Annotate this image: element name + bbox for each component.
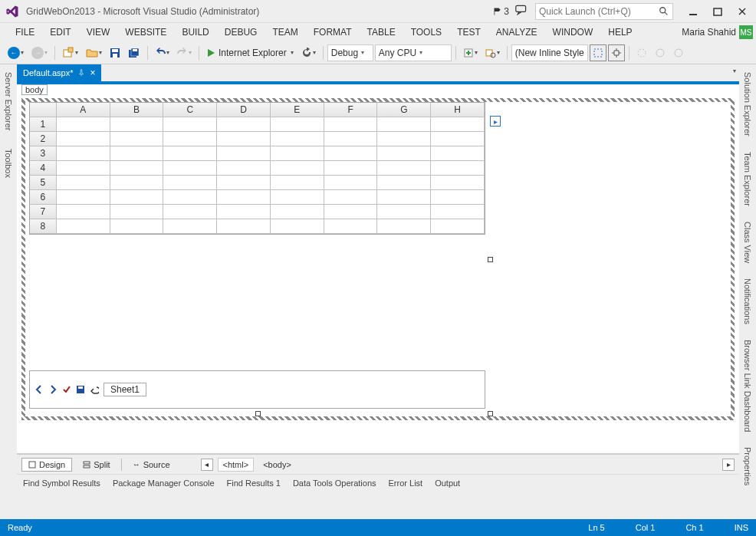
breadcrumb-body[interactable]: <body> bbox=[258, 459, 296, 471]
cell[interactable] bbox=[57, 176, 110, 190]
cell[interactable] bbox=[110, 146, 164, 161]
close-tab-icon[interactable]: × bbox=[90, 67, 95, 78]
cell[interactable] bbox=[163, 190, 217, 205]
cell[interactable] bbox=[57, 219, 110, 234]
cell[interactable] bbox=[271, 190, 324, 205]
cell[interactable] bbox=[431, 146, 485, 161]
menu-tools[interactable]: TOOLS bbox=[403, 23, 449, 41]
cell[interactable] bbox=[431, 132, 485, 146]
menu-website[interactable]: WEBSITE bbox=[117, 23, 174, 41]
col-header-c[interactable]: C bbox=[163, 103, 217, 117]
cell[interactable] bbox=[163, 132, 217, 146]
tooltab-output[interactable]: Output bbox=[435, 478, 460, 488]
rail-notifications[interactable]: Notifications bbox=[741, 274, 754, 329]
cell[interactable] bbox=[271, 146, 324, 161]
menu-window[interactable]: WINDOW bbox=[545, 23, 601, 41]
cell[interactable] bbox=[217, 146, 271, 161]
cell[interactable] bbox=[217, 205, 271, 219]
cell[interactable] bbox=[271, 176, 324, 190]
quick-launch-box[interactable] bbox=[535, 3, 673, 20]
cell[interactable] bbox=[431, 205, 485, 219]
cell[interactable] bbox=[110, 117, 164, 132]
cell[interactable] bbox=[217, 219, 271, 234]
notification-flag[interactable]: 3 bbox=[493, 6, 509, 17]
view-tab-source[interactable]: ↔Source bbox=[127, 459, 176, 471]
open-file-button[interactable]: ▾ bbox=[83, 44, 105, 61]
grid-submit-button[interactable] bbox=[62, 385, 71, 394]
cell[interactable] bbox=[271, 205, 324, 219]
maximize-button[interactable] bbox=[708, 4, 727, 19]
view-tab-split[interactable]: Split bbox=[77, 459, 116, 471]
breadcrumb-back[interactable]: ◂ bbox=[201, 459, 213, 471]
position-tool-button[interactable] bbox=[608, 44, 625, 61]
close-button[interactable] bbox=[733, 4, 751, 19]
tooltab-pkg-console[interactable]: Package Manager Console bbox=[113, 478, 215, 488]
cell[interactable] bbox=[377, 117, 431, 132]
cell[interactable] bbox=[57, 132, 110, 146]
grid-prev-button[interactable] bbox=[35, 385, 44, 394]
toolbar-more-2[interactable] bbox=[652, 44, 669, 61]
rail-properties[interactable]: Properties bbox=[741, 442, 754, 490]
cell[interactable] bbox=[163, 205, 217, 219]
toolbar-more-1[interactable] bbox=[633, 44, 650, 61]
document-tab-default[interactable]: Default.aspx* × bbox=[17, 64, 101, 81]
cell[interactable] bbox=[163, 146, 217, 161]
row-header[interactable]: 2 bbox=[30, 132, 57, 146]
row-header[interactable]: 5 bbox=[30, 176, 57, 190]
menu-edit[interactable]: EDIT bbox=[42, 23, 78, 41]
rail-server-explorer[interactable]: Server Explorer bbox=[2, 67, 15, 135]
menu-help[interactable]: HELP bbox=[600, 23, 639, 41]
rail-class-view[interactable]: Class View bbox=[741, 217, 754, 268]
row-header[interactable]: 7 bbox=[30, 205, 57, 219]
menu-team[interactable]: TEAM bbox=[265, 23, 305, 41]
border-tool-button[interactable] bbox=[590, 44, 606, 61]
toolbar-more-3[interactable] bbox=[670, 44, 687, 61]
col-header-h[interactable]: H bbox=[431, 103, 485, 117]
cell[interactable] bbox=[431, 176, 485, 190]
nav-back-button[interactable]: ←▾ bbox=[5, 44, 27, 61]
cell[interactable] bbox=[110, 176, 164, 190]
rail-toolbox[interactable]: Toolbox bbox=[2, 144, 15, 183]
col-header-g[interactable]: G bbox=[377, 103, 431, 117]
cell[interactable] bbox=[57, 146, 110, 161]
row-header[interactable]: 4 bbox=[30, 161, 57, 176]
sheet-tab[interactable]: Sheet1 bbox=[104, 383, 146, 396]
col-header-a[interactable]: A bbox=[57, 103, 110, 117]
nav-forward-button[interactable]: →▾ bbox=[28, 44, 51, 61]
cell[interactable] bbox=[110, 190, 164, 205]
cell[interactable] bbox=[271, 161, 324, 176]
tooltab-find-symbol[interactable]: Find Symbol Results bbox=[23, 478, 100, 488]
pin-icon[interactable] bbox=[77, 69, 85, 77]
cell[interactable] bbox=[110, 161, 164, 176]
quick-launch-input[interactable] bbox=[539, 6, 659, 17]
cell[interactable] bbox=[163, 219, 217, 234]
save-all-button[interactable] bbox=[125, 44, 143, 61]
grid-undo-button[interactable] bbox=[90, 385, 99, 394]
cell[interactable] bbox=[431, 219, 485, 234]
tabs-overflow-icon[interactable]: ▾ bbox=[733, 67, 736, 74]
new-item-button[interactable]: ▾ bbox=[460, 44, 481, 61]
grid-next-button[interactable] bbox=[48, 385, 58, 394]
grid-corner[interactable] bbox=[30, 103, 57, 117]
element-tag-body[interactable]: body bbox=[21, 84, 48, 95]
col-header-b[interactable]: B bbox=[110, 103, 164, 117]
cell[interactable] bbox=[110, 132, 164, 146]
cell[interactable] bbox=[377, 132, 431, 146]
rail-solution-explorer[interactable]: Solution Explorer bbox=[741, 67, 754, 141]
cell[interactable] bbox=[431, 190, 485, 205]
menu-view[interactable]: VIEW bbox=[79, 23, 118, 41]
new-project-button[interactable]: ▾ bbox=[59, 44, 81, 61]
cell[interactable] bbox=[324, 161, 378, 176]
menu-debug[interactable]: DEBUG bbox=[217, 23, 265, 41]
breadcrumb-html[interactable]: <html> bbox=[218, 458, 255, 472]
cell[interactable] bbox=[377, 146, 431, 161]
css-style-dropdown[interactable]: (New Inline Style▾ bbox=[511, 44, 588, 61]
row-header[interactable]: 1 bbox=[30, 117, 57, 132]
cell[interactable] bbox=[217, 117, 271, 132]
gridweb-control[interactable]: A B C D E F G H 1 2 3 4 5 6 7 bbox=[29, 102, 485, 235]
cell[interactable] bbox=[163, 161, 217, 176]
col-header-d[interactable]: D bbox=[217, 103, 271, 117]
menu-table[interactable]: TABLE bbox=[360, 23, 403, 41]
grid-save-button[interactable] bbox=[76, 385, 85, 394]
cell[interactable] bbox=[324, 219, 378, 234]
